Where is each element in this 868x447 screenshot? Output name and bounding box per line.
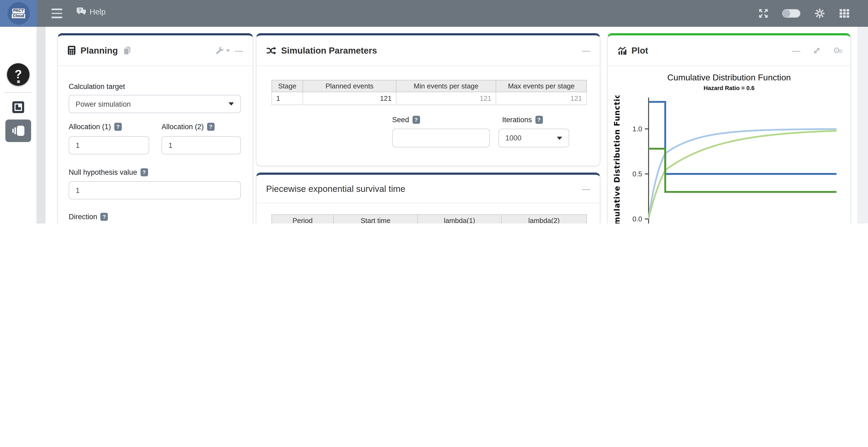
help-label: Help	[90, 7, 106, 16]
copy-icon[interactable]	[123, 46, 131, 55]
table-cell[interactable]: 121	[496, 92, 587, 105]
sidebar-item-flag[interactable]	[12, 101, 24, 113]
svg-text:0.5: 0.5	[632, 170, 642, 178]
piecewise-card: Piecewise exponential survival time — Pe…	[256, 173, 600, 224]
table-header: Stage	[272, 80, 303, 92]
top-navbar: PACT Cloud ? Help	[0, 0, 868, 27]
table-header: Start time	[333, 215, 417, 224]
allocation2-input[interactable]: 1	[161, 136, 241, 154]
piecewise-table: PeriodStart timelambda(1)lambda(2)10.000…	[272, 214, 587, 224]
expand-icon[interactable]	[812, 46, 820, 55]
planning-collapse-button[interactable]: —	[235, 46, 243, 55]
table-cell[interactable]: 121	[303, 92, 396, 105]
table-header: lambda(2)	[501, 215, 587, 224]
table-header: Min events per stage	[396, 80, 496, 92]
cdf-chart: 03690.00.51.0Cumulative Distribution Fun…	[611, 95, 847, 224]
panel-layout-icon	[11, 124, 25, 137]
seed-help-icon[interactable]: ?	[412, 116, 420, 124]
table-row: 1121121121	[272, 92, 587, 105]
apps-grid-icon[interactable]	[839, 8, 850, 18]
settings-wrench-dropdown[interactable]	[216, 46, 230, 55]
allocation1-label: Allocation (1)?	[69, 123, 122, 131]
calculation-target-label: Calculation target	[69, 82, 125, 91]
chevron-down-icon	[228, 102, 234, 106]
allocation1-help-icon[interactable]: ?	[114, 123, 122, 131]
planning-header: Planning —	[58, 35, 253, 66]
rpact-cloud-logo-icon: PACT Cloud	[7, 2, 30, 25]
iterations-help-icon[interactable]: ?	[535, 116, 542, 124]
chart-subtitle: Hazard Ratio = 0.6	[608, 85, 850, 91]
null-hypothesis-input[interactable]: 1	[69, 181, 241, 199]
simulation-parameters-card: Simulation Parameters — StagePlanned eve…	[256, 33, 600, 166]
flag-icon	[14, 103, 22, 111]
piecewise-title: Piecewise exponential survival time	[266, 183, 405, 194]
chart-icon	[617, 46, 627, 55]
piecewise-collapse-button[interactable]: —	[582, 184, 590, 193]
plot-settings-gears-icon[interactable]: ⚙⚙	[833, 45, 841, 55]
app-root: PACT Cloud ? Help	[0, 0, 868, 224]
chevron-down-icon	[557, 136, 562, 140]
wrench-caret-icon	[226, 49, 230, 52]
simulation-collapse-button[interactable]: —	[582, 46, 590, 55]
dark-mode-toggle[interactable]	[782, 9, 800, 18]
sidebar-item-panels-active[interactable]	[5, 119, 31, 142]
page-scrollbar-gutter[interactable]	[857, 27, 868, 224]
direction-help-icon[interactable]: ?	[101, 213, 108, 221]
allocation2-label: Allocation (2)?	[161, 123, 215, 131]
iterations-select[interactable]: 1000	[498, 129, 569, 147]
table-cell[interactable]: 1	[272, 92, 303, 105]
table-cell[interactable]: 121	[396, 92, 496, 105]
direction-label: Direction?	[69, 213, 108, 221]
stages-table: StagePlanned eventsMin events per stageM…	[272, 80, 587, 105]
left-sidebar: ?	[0, 27, 36, 224]
calculation-target-select[interactable]: Power simulation	[69, 95, 241, 113]
brightness-sun-icon[interactable]	[814, 8, 825, 19]
allocation2-help-icon[interactable]: ?	[207, 123, 215, 131]
logo-text-cloud: Cloud	[12, 14, 26, 18]
svg-text:0.0: 0.0	[632, 215, 642, 223]
table-header: lambda(1)	[417, 215, 501, 224]
table-header: Period	[272, 215, 333, 224]
sidebar-divider	[4, 92, 32, 93]
svg-text:Cumulative Distribution Functi: Cumulative Distribution Function	[613, 95, 621, 224]
help-chat-icon: ?	[76, 7, 86, 16]
null-hypothesis-label: Null hypothesis value?	[69, 168, 148, 176]
plot-collapse-button[interactable]: —	[792, 46, 800, 55]
app-logo[interactable]: PACT Cloud	[0, 0, 37, 27]
page-gutter-left	[36, 27, 45, 224]
help-button[interactable]: ? Help	[76, 7, 106, 16]
planning-card: Planning — Calculation target Power simu…	[57, 33, 253, 224]
piecewise-header: Piecewise exponential survival time —	[256, 175, 600, 203]
plot-header: Plot — ⚙⚙	[608, 35, 850, 66]
chart-title: Cumulative Distribution Function	[608, 73, 850, 82]
iterations-label: Iterations?	[502, 116, 542, 124]
calculator-icon	[68, 45, 75, 55]
fullscreen-icon[interactable]	[758, 8, 768, 18]
simulation-parameters-title: Simulation Parameters	[281, 45, 377, 56]
seed-input[interactable]	[392, 129, 490, 147]
table-header: Max events per stage	[496, 80, 587, 92]
user-avatar[interactable]: ?	[7, 63, 30, 86]
svg-text:1.0: 1.0	[632, 125, 642, 133]
wrench-icon	[216, 46, 224, 55]
seed-label: Seed?	[392, 116, 420, 124]
simulation-parameters-header: Simulation Parameters —	[256, 35, 600, 66]
null-hypothesis-help-icon[interactable]: ?	[140, 168, 148, 176]
plot-title-label: Plot	[631, 45, 648, 56]
table-header: Planned events	[303, 80, 396, 92]
allocation1-input[interactable]: 1	[69, 136, 149, 154]
hamburger-menu-icon[interactable]	[52, 8, 62, 18]
svg-text:?: ?	[79, 8, 81, 12]
plot-card: Plot — ⚙⚙ Cumulative Distribution Functi…	[607, 33, 851, 224]
logo-text-pact: PACT	[12, 8, 25, 13]
shuffle-icon	[266, 46, 276, 55]
planning-title: Planning	[81, 45, 118, 56]
